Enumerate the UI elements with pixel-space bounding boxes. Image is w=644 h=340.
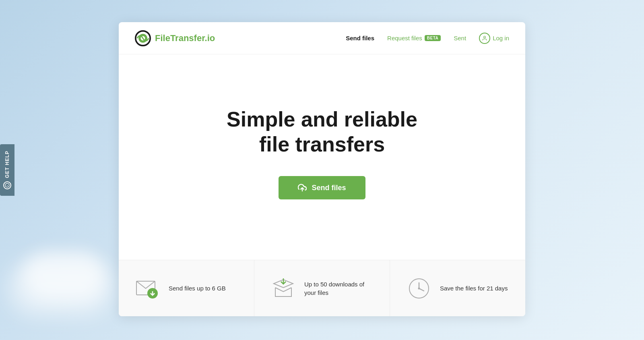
get-help-label: GET HELP (4, 151, 10, 178)
feature-send-size: Send files up to 6 GB (119, 260, 254, 316)
help-icon (3, 181, 11, 189)
request-files-nav-link[interactable]: Request files (387, 35, 422, 41)
upload-icon (298, 183, 307, 192)
clock-icon (408, 277, 430, 300)
logo-icon (135, 30, 151, 46)
svg-point-14 (418, 287, 420, 289)
navbar: FileTransfer.io Send files Request files… (119, 22, 525, 54)
feature-downloads-text: Up to 50 downloads ofyour files (304, 280, 364, 297)
features-section: Send files up to 6 GB (119, 260, 525, 316)
beta-badge: BETA (425, 35, 441, 41)
box-download-icon (271, 276, 295, 301)
sent-nav-link[interactable]: Sent (454, 35, 466, 41)
svg-point-5 (484, 36, 486, 38)
content-card: FileTransfer.io Send files Request files… (119, 22, 525, 316)
user-icon (479, 33, 490, 44)
clock-icon-wrap (406, 276, 432, 301)
hero-title: Simple and reliable file transfers (227, 107, 417, 157)
get-help-sidebar[interactable]: GET HELP (0, 144, 14, 196)
send-files-button[interactable]: Send files (279, 176, 365, 199)
send-files-nav-link[interactable]: Send files (346, 35, 374, 41)
feature-downloads: Up to 50 downloads ofyour files (254, 260, 390, 316)
nav-request-files[interactable]: Request files BETA (387, 35, 441, 41)
hero-section: Simple and reliable file transfers Send … (119, 54, 525, 260)
envelope-icon-wrap (135, 276, 161, 301)
box-download-icon-wrap (270, 276, 296, 301)
send-files-btn-label: Send files (312, 184, 346, 192)
nav-send-files[interactable]: Send files (346, 35, 374, 41)
brand-name: FileTransfer.io (155, 33, 215, 44)
main-wrapper: FileTransfer.io Send files Request files… (0, 0, 644, 340)
login-button[interactable]: Log in (479, 33, 509, 44)
logo[interactable]: FileTransfer.io (135, 30, 215, 46)
feature-send-size-text: Send files up to 6 GB (169, 284, 226, 292)
envelope-icon (136, 277, 160, 299)
feature-duration-text: Save the files for 21 days (440, 284, 508, 292)
feature-duration: Save the files for 21 days (390, 260, 525, 316)
nav-login[interactable]: Log in (479, 33, 509, 44)
nav-sent[interactable]: Sent (454, 35, 466, 41)
